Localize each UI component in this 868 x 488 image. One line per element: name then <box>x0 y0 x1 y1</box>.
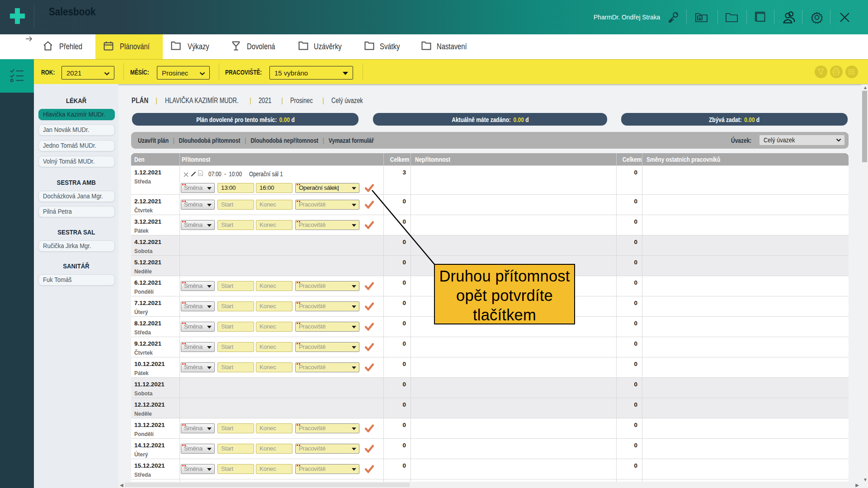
svg-text:N: N <box>698 17 701 20</box>
